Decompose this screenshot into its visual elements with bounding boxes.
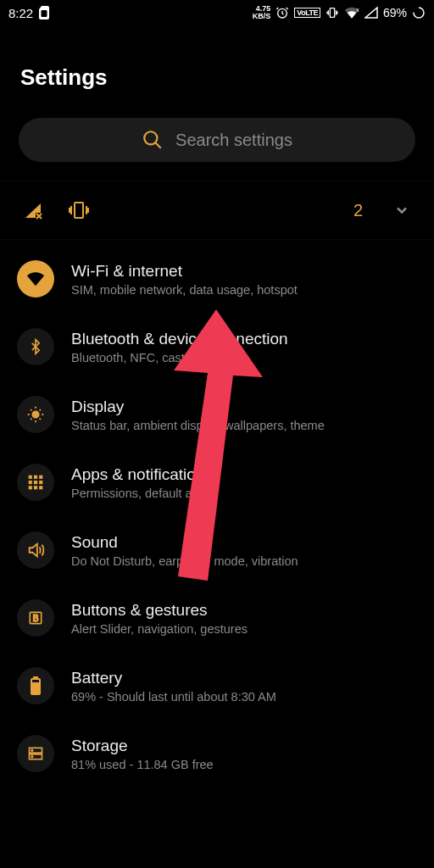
item-title: Apps & notifications	[71, 465, 213, 484]
item-subtitle: Status bar, ambient display, wallpapers,…	[71, 419, 325, 432]
search-placeholder: Search settings	[175, 131, 292, 150]
item-title: Bluetooth & device connection	[71, 330, 288, 348]
item-battery[interactable]: Battery 69% - Should last until about 8:…	[0, 652, 434, 720]
brightness-icon	[17, 396, 54, 433]
battery-saver-icon	[412, 6, 426, 19]
item-apps[interactable]: Apps & notifications Permissions, defaul…	[0, 448, 434, 516]
item-bluetooth[interactable]: Bluetooth & device connection Bluetooth,…	[0, 313, 434, 381]
item-subtitle: Do Not Disturb, earphone mode, vibration	[71, 554, 298, 568]
alarm-icon	[275, 6, 289, 19]
bluetooth-icon	[17, 328, 54, 365]
search-icon	[142, 129, 164, 151]
signal-icon	[364, 7, 378, 19]
item-subtitle: SIM, mobile network, data usage, hotspot	[71, 283, 298, 297]
apps-grid-icon	[17, 464, 54, 501]
settings-list: Wi-Fi & internet SIM, mobile network, da…	[0, 240, 434, 787]
item-subtitle: Permissions, default apps	[71, 487, 213, 500]
svg-point-8	[32, 411, 38, 417]
item-title: Storage	[71, 737, 214, 755]
svg-point-26	[31, 756, 33, 758]
status-bar: 8:22 4.75 KB/S VoLTE x 69%	[0, 0, 434, 24]
vibrate-toggle-icon[interactable]	[68, 200, 90, 220]
item-buttons[interactable]: B Buttons & gestures Alert Slider, navig…	[0, 584, 434, 652]
svg-rect-11	[39, 476, 42, 479]
item-title: Battery	[71, 669, 276, 687]
item-title: Wi-Fi & internet	[71, 262, 298, 281]
sound-icon	[17, 531, 54, 569]
data-speed: 4.75 KB/S	[253, 5, 271, 20]
svg-rect-17	[39, 486, 42, 489]
item-sound[interactable]: Sound Do Not Disturb, earphone mode, vib…	[0, 516, 434, 584]
sim-card-icon	[38, 6, 50, 19]
svg-rect-9	[29, 476, 32, 479]
item-display[interactable]: Display Status bar, ambient display, wal…	[0, 381, 434, 448]
item-storage[interactable]: Storage 81% used - 11.84 GB free	[0, 720, 434, 787]
svg-rect-0	[42, 10, 47, 17]
svg-point-4	[414, 8, 424, 18]
chevron-down-icon[interactable]	[393, 202, 410, 219]
svg-rect-13	[34, 481, 37, 484]
item-title: Buttons & gestures	[71, 601, 248, 620]
svg-rect-22	[32, 683, 39, 693]
svg-point-5	[144, 131, 157, 144]
quick-settings-row[interactable]: 2	[0, 181, 434, 240]
battery-icon	[17, 667, 54, 704]
storage-icon	[17, 735, 54, 772]
item-subtitle: 81% used - 11.84 GB free	[71, 758, 214, 771]
svg-text:B: B	[33, 614, 39, 623]
battery-percent: 69%	[383, 6, 407, 19]
svg-rect-2	[330, 8, 334, 18]
svg-rect-12	[29, 481, 32, 484]
quick-count: 2	[353, 201, 363, 220]
item-subtitle: 69% - Should last until about 8:30 AM	[71, 690, 276, 704]
svg-rect-16	[34, 486, 37, 489]
item-subtitle: Alert Slider, navigation, gestures	[71, 622, 248, 636]
svg-text:x: x	[356, 7, 359, 13]
svg-rect-15	[29, 486, 32, 489]
vibrate-icon	[326, 6, 339, 19]
item-wifi-internet[interactable]: Wi-Fi & internet SIM, mobile network, da…	[0, 245, 434, 313]
page-title: Settings	[0, 24, 434, 118]
svg-rect-14	[39, 481, 42, 484]
search-input[interactable]: Search settings	[19, 118, 415, 162]
status-time: 8:22	[8, 6, 33, 20]
svg-rect-21	[34, 677, 37, 679]
svg-rect-7	[75, 203, 83, 218]
item-title: Display	[71, 398, 325, 416]
volte-badge: VoLTE	[294, 8, 320, 18]
buttons-icon: B	[17, 599, 54, 637]
svg-rect-10	[34, 476, 37, 479]
item-title: Sound	[71, 533, 298, 552]
svg-point-25	[31, 749, 33, 751]
wifi-icon: x	[344, 7, 359, 19]
data-off-icon[interactable]	[24, 201, 44, 220]
wifi-icon	[17, 260, 54, 298]
item-subtitle: Bluetooth, NFC, cast	[71, 351, 288, 364]
